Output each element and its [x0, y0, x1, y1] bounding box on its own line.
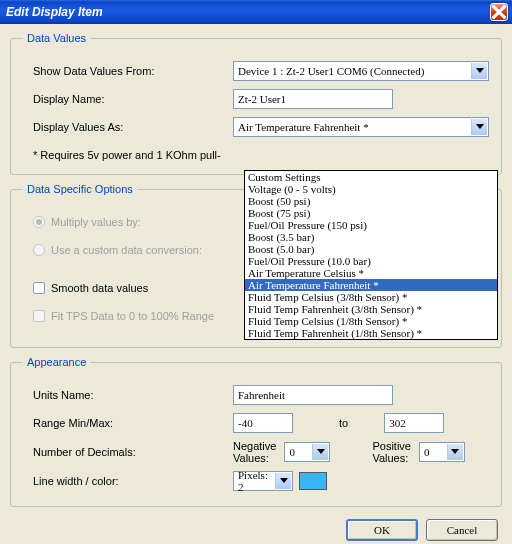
line-width-label: Line width / color: — [33, 475, 233, 487]
multiply-radio — [33, 216, 45, 228]
units-label: Units Name: — [33, 389, 233, 401]
display-as-selected: Air Temperature Fahrenheit * — [238, 121, 369, 133]
range-label: Range Min/Max: — [33, 417, 233, 429]
show-from-label: Show Data Values From: — [33, 65, 233, 77]
appearance-group: Appearance Units Name: Fahrenheit Range … — [10, 356, 502, 507]
smooth-label: Smooth data values — [51, 282, 148, 294]
display-as-label: Display Values As: — [33, 121, 233, 133]
fit-tps-checkbox — [33, 310, 45, 322]
multiply-label: Multiply values by: — [51, 216, 141, 228]
smooth-checkbox[interactable] — [33, 282, 45, 294]
chevron-down-icon — [471, 63, 487, 79]
title-bar: Edit Display Item — [0, 0, 512, 24]
fit-tps-label: Fit TPS Data to 0 to 100% Range — [51, 310, 214, 322]
data-specific-legend: Data Specific Options — [23, 183, 137, 195]
range-max-input[interactable]: 302 — [384, 413, 444, 433]
chevron-down-icon — [471, 119, 487, 135]
display-as-option[interactable]: Boost (50 psi) — [245, 195, 497, 207]
display-name-input[interactable]: Zt-2 User1 — [233, 89, 393, 109]
range-min-input[interactable]: -40 — [233, 413, 293, 433]
to-label: to — [339, 417, 348, 429]
units-input[interactable]: Fahrenheit — [233, 385, 393, 405]
device-combo[interactable]: Device 1 : Zt-2 User1 COM6 (Connected) — [233, 61, 489, 81]
pixels-combo[interactable]: Pixels: 2 — [233, 471, 293, 491]
cancel-button[interactable]: Cancel — [426, 519, 498, 541]
display-as-option[interactable]: Fluid Temp Fahrenheit (1/8th Sensor) * — [245, 327, 497, 339]
close-button[interactable] — [490, 3, 508, 21]
display-as-option[interactable]: Fuel/Oil Pressure (10.0 bar) — [245, 255, 497, 267]
display-as-option[interactable]: Fluid Temp Fahrenheit (3/8th Sensor) * — [245, 303, 497, 315]
display-as-combo[interactable]: Air Temperature Fahrenheit * — [233, 117, 489, 137]
display-as-option[interactable]: Custom Settings — [245, 171, 497, 183]
display-as-option[interactable]: Air Temperature Celsius * — [245, 267, 497, 279]
chevron-down-icon — [275, 473, 291, 489]
line-color-swatch[interactable] — [299, 472, 327, 490]
ok-button[interactable]: OK — [346, 519, 418, 541]
pos-values-label: PositiveValues: — [372, 440, 411, 464]
chevron-down-icon — [447, 444, 463, 460]
display-as-option[interactable]: Boost (5.0 bar) — [245, 243, 497, 255]
neg-values-label: NegativeValues: — [233, 440, 276, 464]
display-as-option[interactable]: Fluid Temp Celsius (3/8th Sensor) * — [245, 291, 497, 303]
neg-values-combo[interactable]: 0 — [284, 442, 330, 462]
display-name-label: Display Name: — [33, 93, 233, 105]
display-as-option[interactable]: Voltage (0 - 5 volts) — [245, 183, 497, 195]
decimals-label: Number of Decimals: — [33, 446, 233, 458]
close-icon — [491, 4, 507, 20]
display-as-option[interactable]: Boost (75 psi) — [245, 207, 497, 219]
device-selected: Device 1 : Zt-2 User1 COM6 (Connected) — [238, 65, 424, 77]
footnote-label: * Requires 5v power and 1 KOhm pull- — [33, 149, 221, 161]
data-values-legend: Data Values — [23, 32, 90, 44]
display-as-option[interactable]: Air Temperature Fahrenheit * — [245, 279, 497, 291]
appearance-legend: Appearance — [23, 356, 90, 368]
chevron-down-icon — [312, 444, 328, 460]
display-as-option[interactable]: Fuel/Oil Pressure (150 psi) — [245, 219, 497, 231]
display-as-option[interactable]: Fluid Temp Celsius (1/8th Sensor) * — [245, 315, 497, 327]
window-title: Edit Display Item — [6, 5, 490, 19]
custom-conv-radio — [33, 244, 45, 256]
custom-conv-label: Use a custom data conversion: — [51, 244, 202, 256]
data-values-group: Data Values Show Data Values From: Devic… — [10, 32, 502, 175]
display-as-dropdown-list[interactable]: Custom SettingsVoltage (0 - 5 volts)Boos… — [244, 170, 498, 340]
pos-values-combo[interactable]: 0 — [419, 442, 465, 462]
display-as-option[interactable]: Boost (3.5 bar) — [245, 231, 497, 243]
